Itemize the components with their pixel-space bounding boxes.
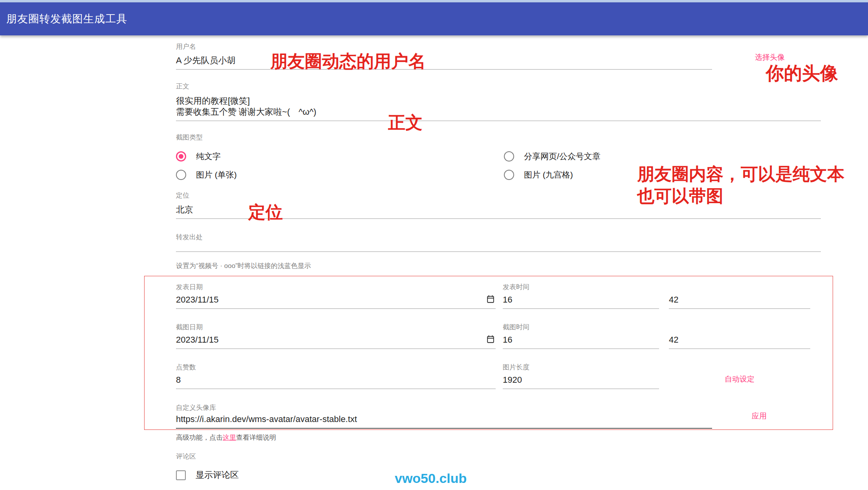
image-length-field: 图片长度 1920	[503, 363, 659, 389]
radio-option-plain-text[interactable]: 纯文字	[176, 151, 221, 162]
advanced-here-link[interactable]: 这里	[223, 434, 236, 441]
radio-icon	[176, 170, 186, 180]
annotation-username: 朋友圈动态的用户名	[270, 50, 426, 72]
body-textarea[interactable]: 很实用的教程[微笑] 需要收集五个赞 谢谢大家啦~( ^ω^)	[176, 91, 821, 121]
apply-link[interactable]: 应用	[752, 411, 767, 421]
publish-date-label: 发表日期	[176, 283, 496, 292]
radio-label: 图片 (单张)	[196, 169, 237, 180]
username-field: 用户名 A 少先队员小胡	[176, 42, 712, 70]
app-bar: 朋友圈转发截图生成工具	[0, 2, 868, 35]
publish-date-field: 发表日期 2023/11/15	[176, 283, 496, 309]
publish-date-input[interactable]: 2023/11/15	[176, 292, 496, 309]
radio-option-grid-image[interactable]: 图片 (九宫格)	[504, 169, 573, 180]
radio-selected-icon	[176, 151, 186, 161]
image-length-value: 1920	[503, 374, 522, 389]
capture-time-label: 截图时间	[503, 323, 659, 332]
publish-minute-label	[669, 283, 810, 292]
calendar-icon[interactable]	[486, 334, 495, 345]
body-field: 正文 很实用的教程[微笑] 需要收集五个赞 谢谢大家啦~( ^ω^)	[176, 82, 821, 121]
publish-hour-input[interactable]: 16	[503, 292, 659, 309]
checkbox-icon[interactable]	[176, 470, 186, 480]
radio-label: 图片 (九宫格)	[524, 169, 573, 180]
select-avatar-link[interactable]: 选择头像	[755, 52, 785, 62]
capture-date-input[interactable]: 2023/11/15	[176, 332, 496, 349]
avatar-library-field: 自定义头像库 https://i.akarin.dev/wms-avatar/a…	[176, 403, 712, 429]
likes-label: 点赞数	[176, 363, 496, 372]
capture-hour-field: 截图时间 16	[503, 323, 659, 349]
show-comments-option[interactable]: 显示评论区	[176, 469, 239, 481]
capture-minute-value: 42	[669, 334, 678, 349]
capture-date-value: 2023/11/15	[176, 334, 218, 349]
avatar-library-input[interactable]: https://i.akarin.dev/wms-avatar/avatar-s…	[176, 413, 712, 429]
location-label: 定位	[176, 191, 821, 200]
calendar-icon[interactable]	[486, 294, 495, 305]
advanced-suffix: 查看详细说明	[236, 434, 276, 441]
auto-set-link[interactable]: 自动设定	[669, 374, 810, 384]
likes-input[interactable]: 8	[176, 372, 496, 389]
image-length-label: 图片长度	[503, 363, 659, 372]
likes-field: 点赞数 8	[176, 363, 496, 389]
page: 朋友圈转发截图生成工具 用户名 A 少先队员小胡 选择头像 正文 很实用的教程[…	[0, 0, 868, 490]
radio-icon	[504, 151, 514, 161]
avatar-library-label: 自定义头像库	[176, 403, 712, 413]
image-length-input[interactable]: 1920	[503, 372, 659, 389]
publish-date-value: 2023/11/15	[176, 294, 218, 308]
publish-minute-input[interactable]: 42	[669, 292, 810, 309]
capture-date-label: 截图日期	[176, 323, 496, 332]
capture-hour-value: 16	[503, 334, 512, 349]
advanced-help-line: 高级功能，点击这里查看详细说明	[176, 433, 276, 442]
capture-minute-input[interactable]: 42	[669, 332, 810, 349]
show-comments-checkbox-label: 显示评论区	[196, 469, 239, 481]
watermark-text: vwo50.club	[395, 471, 467, 486]
username-input[interactable]: A 少先队员小胡	[176, 51, 712, 70]
body-value: 很实用的教程[微笑] 需要收集五个赞 谢谢大家啦~( ^ω^)	[176, 95, 316, 121]
capture-hour-input[interactable]: 16	[503, 332, 659, 349]
username-label: 用户名	[176, 42, 712, 51]
comments-label: 评论区	[176, 452, 196, 461]
forward-source-field: 转发出处	[176, 233, 821, 252]
forward-source-hint: 设置为“视频号 · ooo”时将以链接的浅蓝色显示	[176, 261, 311, 270]
publish-time-label: 发表时间	[503, 283, 659, 292]
type-label: 截图类型	[176, 133, 203, 142]
publish-minute-field: 42	[669, 283, 810, 309]
radio-icon	[504, 170, 514, 180]
avatar-library-value: https://i.akarin.dev/wms-avatar/avatar-s…	[176, 414, 357, 428]
publish-hour-field: 发表时间 16	[503, 283, 659, 309]
body-label: 正文	[176, 82, 821, 91]
radio-option-single-image[interactable]: 图片 (单张)	[176, 169, 237, 180]
publish-hour-value: 16	[503, 294, 512, 308]
capture-date-field: 截图日期 2023/11/15	[176, 323, 496, 349]
capture-minute-field: 42	[669, 323, 810, 349]
annotation-body: 正文	[388, 112, 423, 134]
radio-label: 纯文字	[196, 151, 221, 162]
annotation-location: 定位	[248, 201, 283, 223]
radio-label: 分享网页/公众号文章	[524, 151, 601, 162]
forward-source-label: 转发出处	[176, 233, 821, 242]
forward-source-input[interactable]	[176, 242, 821, 252]
username-value: A 少先队员小胡	[176, 55, 236, 69]
radio-option-share-article[interactable]: 分享网页/公众号文章	[504, 151, 601, 162]
annotation-content-line2: 也可以带图	[637, 185, 723, 207]
capture-minute-label	[669, 323, 810, 332]
likes-value: 8	[176, 374, 181, 389]
annotation-avatar: 你的头像	[766, 62, 838, 84]
advanced-prefix: 高级功能，点击	[176, 434, 223, 441]
publish-minute-value: 42	[669, 294, 678, 308]
page-title: 朋友圈转发截图生成工具	[0, 12, 127, 26]
annotation-content-line1: 朋友圈内容，可以是纯文本	[637, 163, 844, 185]
location-value: 北京	[176, 204, 193, 218]
